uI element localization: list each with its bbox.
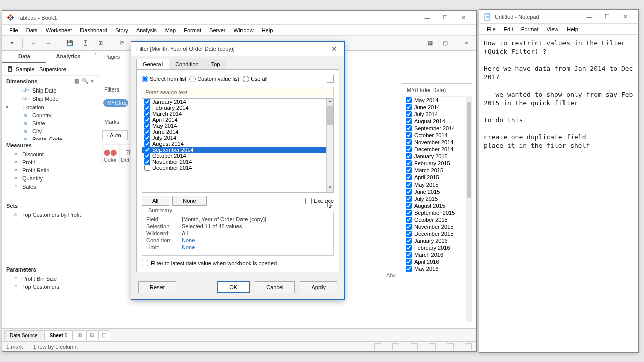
qf-item[interactable]: August 2014 (403, 118, 472, 125)
field-postal-code[interactable]: ⊕Postal Code (2, 135, 100, 140)
qf-item[interactable]: April 2016 (403, 258, 472, 265)
value-item[interactable]: July 2014 (142, 135, 333, 141)
qf-item[interactable]: November 2015 (403, 223, 472, 230)
menu-data[interactable]: Data (22, 26, 42, 35)
menu-analysis[interactable]: Analysis (132, 26, 161, 35)
dimensions-menu-icon[interactable]: ▾ (89, 78, 96, 84)
data-tab[interactable]: Data (2, 51, 46, 63)
value-item[interactable]: March 2014 (142, 111, 333, 117)
all-button[interactable]: All (142, 196, 169, 206)
nav-last-icon[interactable] (429, 343, 436, 350)
minimize-button[interactable]: — (418, 12, 436, 23)
none-button[interactable]: None (172, 196, 206, 206)
scroll-down-icon[interactable]: ▼ (327, 185, 333, 192)
np-menu-view[interactable]: View (543, 25, 563, 34)
reset-button[interactable]: Reset (138, 281, 176, 293)
field-discount[interactable]: #Discount (2, 150, 100, 158)
view-grid-icon[interactable] (447, 343, 454, 350)
value-item[interactable]: August 2014 (142, 141, 333, 147)
param-top-customers[interactable]: #Top Customers (2, 283, 100, 291)
filter-latest-checkbox[interactable]: Filter to latest date value when workboo… (142, 260, 334, 266)
quickfilter-title[interactable]: MY(Order Date) (403, 84, 472, 97)
np-close-button[interactable]: ✕ (616, 11, 634, 22)
value-item[interactable]: June 2014 (142, 129, 333, 135)
qf-item[interactable]: March 2016 (403, 251, 472, 258)
value-item[interactable]: February 2014 (142, 105, 333, 111)
nav-first-icon[interactable] (374, 343, 381, 350)
field-state[interactable]: ⊕State (2, 119, 100, 127)
top-tab[interactable]: Top (205, 59, 227, 69)
search-input[interactable] (142, 87, 334, 97)
np-menu-format[interactable]: Format (517, 25, 543, 34)
back-button[interactable]: ← (27, 37, 40, 49)
menu-file[interactable]: File (5, 26, 22, 35)
menu-server[interactable]: Server (205, 26, 229, 35)
select-from-list-radio[interactable]: Select from list (142, 76, 186, 82)
use-all-radio[interactable]: Use all (243, 76, 268, 82)
qf-item[interactable]: March 2015 (403, 167, 472, 174)
new-dashboard-button[interactable]: ⊟ (86, 330, 97, 340)
qf-item[interactable]: May 2015 (403, 181, 472, 188)
qf-item[interactable]: October 2015 (403, 216, 472, 223)
datasource-row[interactable]: 🗄 Sample - Superstore (2, 63, 100, 76)
menu-format[interactable]: Format (180, 26, 205, 35)
qf-item[interactable]: May 2016 (403, 265, 472, 273)
list-options-icon[interactable]: ≡ (327, 75, 334, 83)
menu-worksheet[interactable]: Worksheet (42, 26, 76, 35)
menu-map[interactable]: Map (161, 26, 180, 35)
search-icon[interactable]: 🔍 (82, 78, 89, 84)
qf-item[interactable]: September 2015 (403, 209, 472, 216)
qf-item[interactable]: April 2015 (403, 174, 472, 181)
scroll-thumb[interactable] (327, 106, 333, 125)
field-country[interactable]: ⊕Country (2, 111, 100, 119)
showme-button[interactable]: ▦ (424, 37, 437, 49)
qf-item[interactable]: September 2014 (403, 125, 472, 132)
analytics-tab[interactable]: Analytics (46, 51, 91, 63)
field-location[interactable]: ▾Location (2, 103, 100, 111)
cancel-button[interactable]: Cancel (255, 281, 295, 293)
qf-item[interactable]: July 2014 (403, 111, 472, 118)
sheet1-tab[interactable]: Sheet 1 (44, 330, 73, 340)
values-scrollbar[interactable]: ▲ ▼ (326, 99, 333, 192)
field-profit-ratio[interactable]: #Profit Ratio (2, 166, 100, 174)
np-maximize-button[interactable]: ☐ (598, 11, 616, 22)
field-city[interactable]: ⊕City (2, 127, 100, 135)
tableau-logo-button[interactable]: ✦ (5, 37, 18, 49)
value-item[interactable]: April 2014 (142, 117, 333, 123)
value-item[interactable]: October 2014 (142, 153, 333, 159)
field-sales[interactable]: #Sales (2, 183, 100, 191)
share-button[interactable]: ∝ (460, 37, 473, 49)
dialog-close-icon[interactable]: ✕ (329, 45, 339, 53)
qf-item[interactable]: February 2015 (403, 160, 472, 167)
field-quantity[interactable]: #Quantity (2, 174, 100, 183)
nav-prev-icon[interactable] (392, 343, 399, 350)
qf-item[interactable]: January 2016 (403, 237, 472, 244)
save-button[interactable]: 💾 (63, 37, 76, 49)
general-tab[interactable]: General (136, 59, 169, 69)
color-mark[interactable]: ⬤⬤Color (102, 144, 118, 164)
marks-type-select[interactable]: ▫ Auto (102, 130, 128, 140)
np-menu-file[interactable]: File (482, 25, 500, 34)
nav-next-icon[interactable] (411, 343, 418, 350)
set-top-customers-by-profit[interactable]: ⊘Top Customers by Profit (2, 211, 100, 219)
menu-dashboard[interactable]: Dashboard (76, 26, 111, 35)
qf-item[interactable]: July 2015 (403, 195, 472, 202)
ok-button[interactable]: OK (217, 281, 250, 293)
custom-value-list-radio[interactable]: Custom value list (189, 76, 239, 82)
new-worksheet-button[interactable]: ⊞ (94, 37, 107, 49)
qf-item[interactable]: October 2014 (403, 132, 472, 139)
field-profit[interactable]: #Profit (2, 158, 100, 166)
menu-story[interactable]: Story (111, 26, 132, 35)
qf-item[interactable]: June 2014 (403, 104, 472, 111)
qf-item[interactable]: May 2014 (403, 97, 472, 104)
value-item[interactable]: January 2014 (142, 99, 333, 105)
maximize-button[interactable]: ☐ (436, 12, 454, 23)
np-menu-help[interactable]: Help (562, 25, 582, 34)
new-datasource-button[interactable]: 🗄 (78, 37, 92, 49)
new-story-button[interactable]: ◫ (98, 330, 109, 340)
scroll-up-icon[interactable]: ▲ (327, 99, 333, 106)
param-profit-bin-size[interactable]: #Profit Bin Size (2, 275, 100, 283)
qf-item[interactable]: January 2015 (403, 153, 472, 160)
value-item[interactable]: November 2014 (142, 159, 333, 165)
datasource-tab[interactable]: Data Source (4, 330, 43, 340)
